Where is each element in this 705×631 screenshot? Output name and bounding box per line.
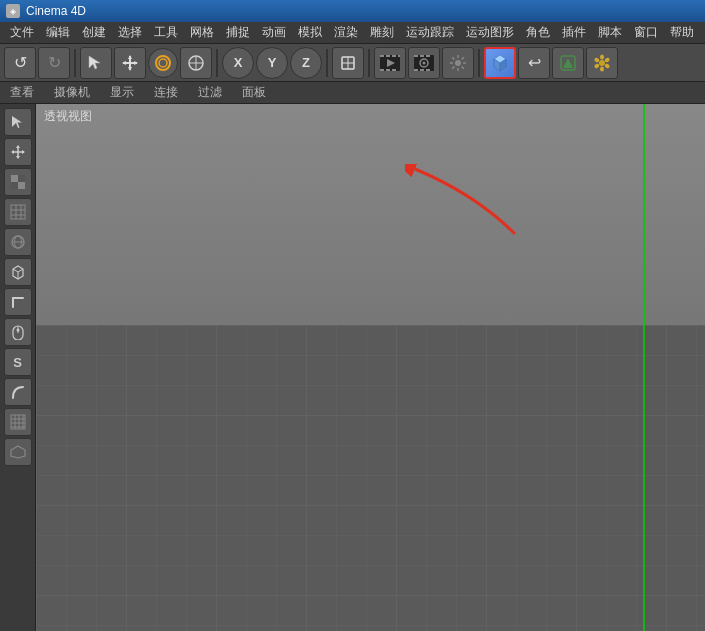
move-button[interactable] bbox=[114, 47, 146, 79]
separator-1 bbox=[74, 49, 76, 77]
svg-rect-26 bbox=[420, 55, 424, 57]
menu-bar: 文件编辑创建选择工具网格捕捉动画模拟渲染雕刻运动跟踪运动图形角色插件脚本窗口帮助 bbox=[0, 22, 705, 44]
rotate-button[interactable] bbox=[148, 48, 178, 78]
sidebar-corner[interactable] bbox=[4, 288, 32, 316]
viewport[interactable]: 透视视图 bbox=[36, 104, 705, 631]
separator-2 bbox=[216, 49, 218, 77]
svg-rect-19 bbox=[398, 55, 400, 57]
svg-rect-54 bbox=[11, 175, 18, 182]
menu-item-网格[interactable]: 网格 bbox=[184, 22, 220, 43]
axis-z-button[interactable]: Z bbox=[290, 47, 322, 79]
separator-5 bbox=[478, 49, 480, 77]
redo-button[interactable]: ↻ bbox=[38, 47, 70, 79]
menu-item-运动图形[interactable]: 运动图形 bbox=[460, 22, 520, 43]
menu-item-创建[interactable]: 创建 bbox=[76, 22, 112, 43]
model-button[interactable] bbox=[332, 47, 364, 79]
svg-rect-58 bbox=[11, 205, 25, 219]
sidebar-grid2[interactable] bbox=[4, 408, 32, 436]
svg-rect-17 bbox=[386, 55, 390, 57]
sidebar-box[interactable] bbox=[4, 258, 32, 286]
svg-marker-3 bbox=[128, 55, 132, 59]
sidebar-mouse[interactable] bbox=[4, 318, 32, 346]
red-arrow bbox=[405, 164, 535, 244]
menu-item-角色[interactable]: 角色 bbox=[520, 22, 556, 43]
menu-item-插件[interactable]: 插件 bbox=[556, 22, 592, 43]
sidebar-pointer[interactable] bbox=[4, 108, 32, 136]
app-title: Cinema 4D bbox=[26, 4, 86, 18]
sidebar-grid[interactable] bbox=[4, 198, 32, 226]
sidebar-move[interactable] bbox=[4, 138, 32, 166]
menu-item-动画[interactable]: 动画 bbox=[256, 22, 292, 43]
main-area: S bbox=[0, 104, 705, 631]
floor bbox=[36, 325, 705, 631]
anim-settings-button[interactable] bbox=[442, 47, 474, 79]
app-icon: ◈ bbox=[6, 4, 20, 18]
y-axis-line bbox=[643, 104, 645, 631]
svg-marker-50 bbox=[16, 145, 20, 148]
svg-line-67 bbox=[13, 269, 18, 272]
left-sidebar: S bbox=[0, 104, 36, 631]
svg-rect-21 bbox=[386, 69, 390, 71]
view-menu[interactable]: 查看 bbox=[6, 82, 38, 103]
svg-rect-56 bbox=[11, 182, 18, 189]
svg-point-40 bbox=[599, 60, 605, 66]
filter-menu[interactable]: 过滤 bbox=[194, 82, 226, 103]
sidebar-checkerboard[interactable] bbox=[4, 168, 32, 196]
svg-point-41 bbox=[600, 54, 604, 59]
sidebar-sphere[interactable] bbox=[4, 228, 32, 256]
svg-point-72 bbox=[16, 329, 19, 332]
title-bar: ◈ Cinema 4D bbox=[0, 0, 705, 22]
svg-rect-20 bbox=[380, 69, 384, 71]
camera-menu[interactable]: 摄像机 bbox=[50, 82, 94, 103]
menu-item-脚本[interactable]: 脚本 bbox=[592, 22, 628, 43]
svg-line-68 bbox=[18, 269, 23, 272]
back-wall bbox=[36, 104, 705, 325]
menu-item-工具[interactable]: 工具 bbox=[148, 22, 184, 43]
svg-rect-28 bbox=[414, 69, 418, 71]
svg-marker-52 bbox=[11, 150, 14, 154]
menu-item-窗口[interactable]: 窗口 bbox=[628, 22, 664, 43]
menu-item-文件[interactable]: 文件 bbox=[4, 22, 40, 43]
sidebar-unknown[interactable] bbox=[4, 438, 32, 466]
axis-x-button[interactable]: X bbox=[222, 47, 254, 79]
sidebar-bend[interactable] bbox=[4, 378, 32, 406]
menu-item-渲染[interactable]: 渲染 bbox=[328, 22, 364, 43]
menu-item-帮助[interactable]: 帮助 bbox=[664, 22, 700, 43]
scale-button[interactable] bbox=[180, 47, 212, 79]
svg-marker-53 bbox=[22, 150, 25, 154]
menu-item-选择[interactable]: 选择 bbox=[112, 22, 148, 43]
menu-item-编辑[interactable]: 编辑 bbox=[40, 22, 76, 43]
svg-point-42 bbox=[604, 57, 610, 63]
separator-3 bbox=[326, 49, 328, 77]
separator-4 bbox=[368, 49, 370, 77]
sub-toolbar: 查看 摄像机 显示 连接 过滤 面板 bbox=[0, 82, 705, 104]
undo-button[interactable]: ↺ bbox=[4, 47, 36, 79]
menu-item-运动跟踪[interactable]: 运动跟踪 bbox=[400, 22, 460, 43]
svg-rect-83 bbox=[36, 325, 705, 631]
flower-button[interactable] bbox=[586, 47, 618, 79]
svg-point-46 bbox=[594, 57, 600, 63]
green-button[interactable] bbox=[552, 47, 584, 79]
svg-point-45 bbox=[594, 63, 600, 69]
svg-marker-51 bbox=[16, 156, 20, 159]
arrow-back-button[interactable]: ↩ bbox=[518, 47, 550, 79]
svg-marker-39 bbox=[563, 58, 573, 68]
anim-button1[interactable] bbox=[374, 47, 406, 79]
toolbar: ↺ ↻ X Y Z bbox=[0, 44, 705, 82]
cube-button[interactable] bbox=[484, 47, 516, 79]
axis-y-button[interactable]: Y bbox=[256, 47, 288, 79]
display-menu[interactable]: 显示 bbox=[106, 82, 138, 103]
sidebar-s-badge[interactable]: S bbox=[4, 348, 32, 376]
select-button[interactable] bbox=[80, 47, 112, 79]
menu-item-雕刻[interactable]: 雕刻 bbox=[364, 22, 400, 43]
connect-menu[interactable]: 连接 bbox=[150, 82, 182, 103]
svg-rect-29 bbox=[420, 69, 424, 71]
svg-marker-4 bbox=[128, 67, 132, 71]
menu-item-模拟[interactable]: 模拟 bbox=[292, 22, 328, 43]
svg-marker-5 bbox=[122, 61, 126, 65]
anim-button2[interactable] bbox=[408, 47, 440, 79]
menu-item-捕捉[interactable]: 捕捉 bbox=[220, 22, 256, 43]
panel-menu[interactable]: 面板 bbox=[238, 82, 270, 103]
svg-marker-0 bbox=[89, 56, 100, 69]
svg-point-32 bbox=[423, 61, 426, 64]
